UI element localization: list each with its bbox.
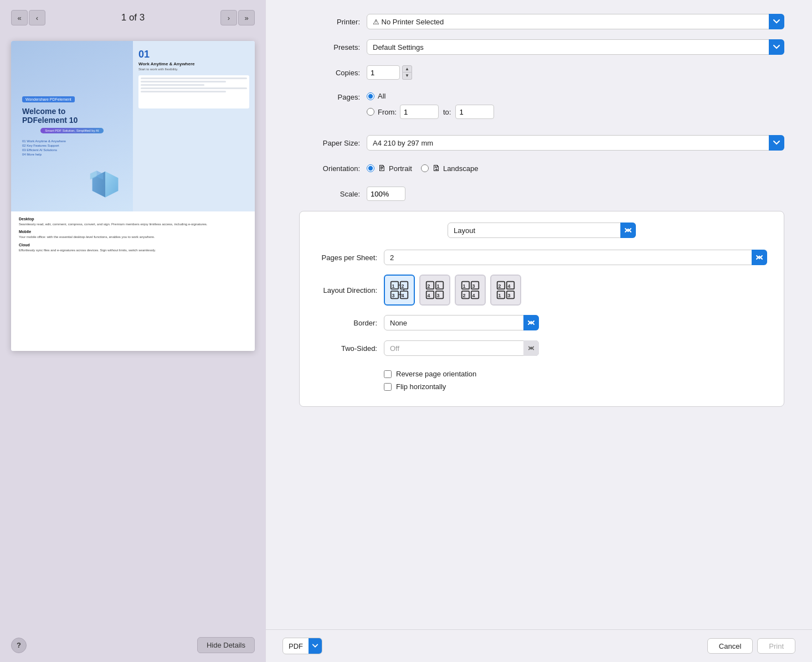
pages-range-row: From: to: bbox=[367, 105, 494, 119]
printer-control: ⚠ No Printer Selected bbox=[367, 14, 784, 29]
printer-arrow-button[interactable] bbox=[769, 14, 784, 29]
presets-select-wrapper: Default Settings bbox=[367, 39, 784, 55]
nav-next-button[interactable]: › bbox=[220, 10, 237, 25]
pages-per-sheet-control: 2 bbox=[384, 250, 767, 265]
section-header-3: Cloud bbox=[19, 243, 247, 247]
pages-radio-group: All From: to: bbox=[367, 92, 494, 119]
layout-dropdown-wrapper: Layout bbox=[448, 223, 636, 238]
svg-text:4: 4 bbox=[402, 293, 404, 298]
hide-details-button[interactable]: Hide Details bbox=[197, 637, 255, 653]
scale-input[interactable] bbox=[367, 187, 405, 201]
presets-arrow-button[interactable] bbox=[769, 39, 784, 55]
menu-item-2: 02 Key Features Support bbox=[22, 143, 66, 148]
right-panel: Printer: ⚠ No Printer Selected Presets: bbox=[266, 0, 812, 662]
paper-size-select[interactable]: A4 210 by 297 mm bbox=[367, 135, 784, 151]
pages-per-sheet-arrow[interactable] bbox=[752, 250, 767, 265]
pdf-arrow-button[interactable] bbox=[309, 638, 322, 654]
portrait-radio[interactable] bbox=[367, 164, 374, 172]
svg-text:3: 3 bbox=[472, 283, 475, 289]
svg-text:1: 1 bbox=[392, 283, 395, 289]
pages-from-input[interactable] bbox=[400, 105, 439, 119]
nav-first-button[interactable]: « bbox=[11, 10, 28, 25]
copies-decrement-button[interactable]: ▼ bbox=[402, 73, 412, 80]
orientation-group: 🖹 Portrait 🖺 Landscape bbox=[367, 164, 479, 173]
presets-control: Default Settings bbox=[367, 39, 784, 55]
preview-brand-badge: Wondershare PDFelement bbox=[22, 96, 75, 102]
svg-text:1: 1 bbox=[463, 283, 466, 289]
preview-3d-shape bbox=[83, 167, 127, 206]
reverse-orientation-checkbox[interactable] bbox=[384, 370, 392, 378]
mockup-lines bbox=[138, 75, 249, 96]
preview-top: Wondershare PDFelement Welcome to PDFele… bbox=[11, 41, 255, 211]
layout-dir-n-reverse-button[interactable]: 2 4 1 3 bbox=[490, 275, 521, 306]
flip-horizontally-checkbox[interactable] bbox=[384, 383, 392, 391]
preview-bottom: Desktop Seamlessly read, edit, comment, … bbox=[11, 211, 255, 351]
presets-label: Presets: bbox=[299, 43, 360, 51]
cancel-button[interactable]: Cancel bbox=[707, 638, 753, 654]
layout-dir-z-button[interactable]: 1 2 3 4 bbox=[384, 275, 415, 306]
pdf-button-wrapper: PDF bbox=[282, 638, 322, 654]
border-select[interactable]: None bbox=[384, 315, 539, 330]
pages-label: Pages: bbox=[299, 92, 360, 101]
printer-row: Printer: ⚠ No Printer Selected bbox=[299, 13, 784, 30]
svg-text:4: 4 bbox=[472, 293, 475, 298]
copies-input-wrapper: ▲ ▼ bbox=[367, 65, 412, 80]
presets-row: Presets: Default Settings bbox=[299, 39, 784, 55]
section-text-2: Your mobile office: with the essential d… bbox=[19, 235, 247, 239]
border-arrow-button[interactable] bbox=[523, 315, 539, 330]
two-sided-select[interactable]: Off bbox=[384, 340, 539, 356]
copies-input[interactable] bbox=[367, 65, 400, 80]
paper-size-label: Paper Size: bbox=[299, 139, 360, 147]
landscape-option: 🖺 Landscape bbox=[421, 164, 479, 173]
pdf-label: PDF bbox=[283, 639, 309, 653]
orientation-control: 🖹 Portrait 🖺 Landscape bbox=[367, 164, 784, 173]
copies-control: ▲ ▼ bbox=[367, 65, 784, 80]
pages-range-inputs: to: bbox=[400, 105, 494, 119]
svg-marker-2 bbox=[105, 172, 118, 198]
paper-size-arrow-button[interactable] bbox=[769, 135, 784, 151]
menu-item-4: 04 More help bbox=[22, 152, 66, 157]
orientation-row: Orientation: 🖹 Portrait 🖺 Landscape bbox=[299, 160, 784, 177]
nav-last-button[interactable]: » bbox=[238, 10, 255, 25]
menu-item-3: 03 Efficient AI Solutions bbox=[22, 148, 66, 152]
svg-text:2: 2 bbox=[402, 283, 404, 289]
layout-dir-z-reverse-button[interactable]: 2 1 4 3 bbox=[419, 275, 450, 306]
pages-to-input[interactable] bbox=[455, 105, 494, 119]
body-section-2: Mobile Your mobile office: with the esse… bbox=[19, 230, 247, 239]
pages-range-radio[interactable] bbox=[367, 108, 374, 116]
preview-tag: Smart PDF Solution, Simplified by AI bbox=[40, 128, 103, 133]
portrait-icon: 🖹 bbox=[378, 164, 386, 173]
preview-section-num: 01 bbox=[138, 49, 249, 60]
landscape-radio[interactable] bbox=[421, 164, 429, 172]
layout-direction-control: 1 2 3 4 bbox=[384, 275, 767, 306]
mockup-line bbox=[141, 87, 247, 89]
two-sided-row: Two-Sided: Off bbox=[316, 340, 767, 356]
paper-size-select-wrapper: A4 210 by 297 mm bbox=[367, 135, 784, 151]
nav-prev-button[interactable]: ‹ bbox=[29, 10, 45, 25]
preview-title-line1: Welcome to bbox=[22, 107, 65, 116]
pages-all-radio[interactable] bbox=[367, 92, 374, 100]
section-text-1: Seamlessly read, edit, comment, compress… bbox=[19, 222, 247, 226]
layout-dropdown[interactable]: Layout bbox=[448, 223, 636, 238]
printer-select[interactable]: ⚠ No Printer Selected bbox=[367, 14, 784, 29]
svg-text:3: 3 bbox=[392, 293, 395, 298]
section-text-3: Effortlessly sync files and e-signatures… bbox=[19, 248, 247, 252]
pages-per-sheet-label: Pages per Sheet: bbox=[316, 254, 377, 262]
pages-per-sheet-select[interactable]: 2 bbox=[384, 250, 767, 265]
print-button[interactable]: Print bbox=[757, 638, 795, 654]
bottom-bar: ? Hide Details bbox=[0, 628, 266, 662]
svg-text:2: 2 bbox=[463, 293, 466, 298]
preview-section-sub: Start to work with flexibility. bbox=[138, 68, 249, 71]
layout-dir-n-button[interactable]: 1 3 2 4 bbox=[455, 275, 486, 306]
paper-size-control: A4 210 by 297 mm bbox=[367, 135, 784, 151]
mockup-line bbox=[141, 91, 226, 92]
portrait-label: Portrait bbox=[389, 164, 412, 173]
copies-increment-button[interactable]: ▲ bbox=[402, 65, 412, 73]
border-select-wrapper: None bbox=[384, 315, 539, 330]
nav-bar: « ‹ 1 of 3 › » bbox=[0, 0, 266, 35]
presets-select[interactable]: Default Settings bbox=[367, 39, 784, 55]
layout-arrow-button[interactable] bbox=[620, 223, 636, 238]
reverse-orientation-row: Reverse page orientation bbox=[384, 370, 767, 378]
two-sided-arrow-button[interactable] bbox=[523, 340, 539, 356]
help-button[interactable]: ? bbox=[11, 638, 27, 653]
